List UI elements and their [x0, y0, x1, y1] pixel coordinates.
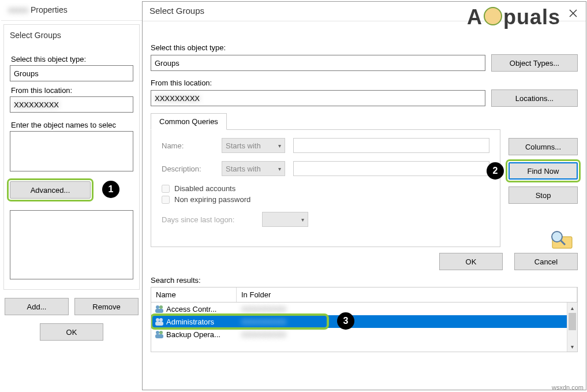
common-queries-panel: Name: Starts with ▾ Description: Starts … — [151, 129, 500, 247]
result-name: Administrators — [165, 318, 237, 326]
results-grid[interactable]: Access Contr... XXXXXXXXX Administrators… — [151, 303, 578, 352]
location-label-back: From this location: — [11, 86, 133, 95]
days-since-select[interactable]: ▾ — [262, 212, 308, 227]
svg-point-10 — [159, 318, 163, 322]
result-folder: XXXXXXXXX — [237, 305, 577, 313]
results-header: Name In Folder — [151, 287, 578, 303]
svg-point-6 — [156, 305, 159, 309]
object-type-input[interactable] — [151, 55, 485, 71]
svg-point-13 — [159, 331, 163, 334]
stop-button[interactable]: Stop — [509, 186, 578, 204]
description-match-value: Starts with — [226, 165, 261, 173]
columns-button[interactable]: Columns... — [509, 138, 578, 155]
scroll-thumb[interactable] — [569, 313, 576, 330]
disabled-accounts-checkbox[interactable]: Disabled accounts — [162, 184, 489, 193]
advanced-button[interactable]: Advanced... — [10, 181, 91, 199]
names-label-back: Enter the object names to selec — [11, 121, 133, 129]
common-queries-tabgroup: Common Queries Name: Starts with ▾ Descr… — [151, 113, 500, 247]
scrollbar[interactable]: ▴ ▾ — [567, 303, 577, 352]
magnifier-folder-icon — [547, 228, 578, 251]
search-results-area: Search results: Name In Folder Access Co… — [151, 276, 578, 352]
result-name: Access Contr... — [165, 305, 237, 313]
watermark: wsxdn.com — [552, 384, 584, 391]
name-query-input[interactable] — [293, 138, 489, 153]
group-icon — [154, 304, 165, 313]
object-type-input-back[interactable] — [10, 65, 133, 81]
non-expiring-checkbox[interactable]: Non expiring password — [162, 195, 489, 204]
properties-dialog: xxxxx Properties Select Groups Select th… — [1, 1, 142, 388]
group-icon — [154, 317, 165, 326]
names-textarea-back[interactable] — [10, 131, 133, 171]
close-icon — [569, 9, 578, 18]
select-groups-simple-panel: Select Groups Select this object type: F… — [3, 24, 140, 290]
select-groups-advanced-dialog: Select Groups A puals Select this object… — [142, 1, 586, 390]
scroll-up-icon[interactable]: ▴ — [567, 303, 577, 313]
close-button[interactable] — [565, 5, 581, 21]
location-input[interactable]: XXXXXXXXX — [151, 90, 485, 106]
properties-titlebar: xxxxx Properties — [1, 1, 142, 21]
location-input-back[interactable]: XXXXXXXXX — [10, 96, 133, 113]
chevron-down-icon: ▾ — [301, 216, 304, 223]
tab-common-queries[interactable]: Common Queries — [151, 113, 227, 130]
properties-title-blur: xxxxx — [8, 5, 28, 14]
svg-point-7 — [159, 305, 163, 309]
location-label: From this location: — [151, 79, 586, 87]
group-icon — [154, 330, 165, 339]
scroll-down-icon[interactable]: ▾ — [567, 341, 577, 352]
disabled-accounts-label: Disabled accounts — [174, 184, 235, 193]
disabled-accounts-input[interactable] — [162, 185, 170, 193]
non-expiring-input[interactable] — [162, 196, 170, 204]
svg-rect-8 — [155, 309, 163, 313]
select-groups-simple-title: Select Groups — [10, 31, 133, 50]
locations-button[interactable]: Locations... — [491, 89, 578, 107]
logo-text-right: puals — [503, 5, 560, 29]
days-since-label: Days since last logon: — [162, 215, 254, 224]
object-types-button[interactable]: Object Types... — [491, 54, 578, 72]
appuals-logo: A puals — [467, 5, 560, 29]
result-row[interactable]: Backup Opera... XXXXXXXXX — [151, 328, 577, 341]
name-field-label: Name: — [162, 141, 214, 150]
back-ok-button[interactable]: OK — [40, 323, 103, 341]
result-row[interactable]: Access Contr... XXXXXXXXX — [151, 303, 577, 315]
name-match-select[interactable]: Starts with ▾ — [222, 138, 285, 153]
logo-head-icon — [484, 7, 502, 25]
logo-text-left: A — [467, 5, 483, 29]
non-expiring-label: Non expiring password — [174, 195, 250, 204]
back-button-row: Add... Remove — [1, 293, 142, 320]
object-type-label-back: Select this object type: — [11, 55, 133, 64]
result-folder: XXXXXXXXX — [237, 318, 577, 326]
step-badge-3: 3 — [337, 312, 354, 330]
chevron-down-icon: ▾ — [278, 143, 281, 149]
select-groups-title: Select Groups — [149, 6, 204, 16]
cancel-button[interactable]: Cancel — [514, 253, 578, 270]
remove-button[interactable]: Remove — [74, 298, 139, 315]
find-now-button[interactable]: Find Now — [509, 162, 578, 180]
svg-rect-14 — [155, 334, 163, 338]
name-match-value: Starts with — [226, 141, 261, 150]
result-row-selected[interactable]: Administrators XXXXXXXXX — [151, 315, 577, 328]
result-folder: XXXXXXXXX — [237, 330, 577, 339]
description-query-input[interactable] — [293, 161, 489, 176]
result-name: Backup Opera... — [165, 330, 237, 339]
right-button-column: Columns... Find Now 2 Stop — [509, 138, 578, 251]
dialog-button-row: OK Cancel — [151, 253, 578, 270]
search-results-label: Search results: — [151, 276, 578, 285]
properties-title: Properties — [31, 5, 68, 14]
svg-rect-11 — [155, 322, 163, 326]
column-folder[interactable]: In Folder — [237, 288, 577, 302]
column-name[interactable]: Name — [151, 288, 237, 302]
add-button[interactable]: Add... — [5, 298, 69, 315]
names-textarea-back-2[interactable] — [10, 210, 133, 279]
description-match-select[interactable]: Starts with ▾ — [222, 161, 285, 176]
svg-point-12 — [156, 331, 159, 334]
object-type-label: Select this object type: — [151, 43, 586, 52]
svg-point-9 — [156, 318, 159, 322]
description-field-label: Description: — [162, 165, 214, 173]
chevron-down-icon: ▾ — [278, 166, 281, 172]
step-badge-1: 1 — [102, 181, 119, 198]
ok-button[interactable]: OK — [439, 253, 503, 270]
step-badge-2: 2 — [487, 162, 504, 180]
